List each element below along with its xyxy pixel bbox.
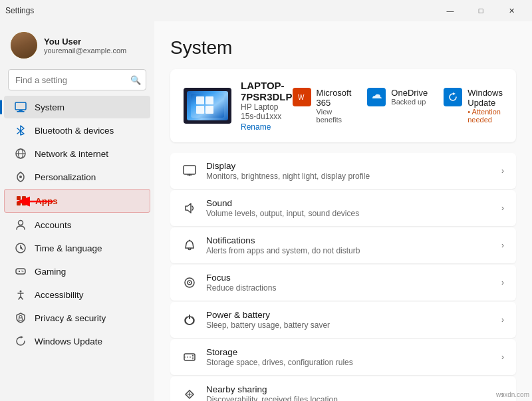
network-icon [15,148,27,160]
app-container: You User youremail@example.com 🔍 System … [0,21,532,401]
svg-rect-30 [184,166,196,174]
user-info: You User youremail@example.com [44,37,144,55]
svg-rect-7 [17,196,21,200]
focus-text: Focus Reduce distractions [206,273,492,293]
display-icon [182,164,197,178]
svg-rect-10 [22,201,26,205]
notifications-icon [182,238,197,253]
settings-item-display[interactable]: Display Monitors, brightness, night ligh… [170,153,516,189]
nav-item-bluetooth[interactable]: Bluetooth & devices [4,119,150,142]
nav-item-time[interactable]: Time & language [4,237,150,259]
device-right: W Microsoft 365 View benefits OneDrive B… [293,88,503,124]
focus-name: Focus [206,273,492,283]
onedrive-icon [367,88,386,106]
winupdate-details: Windows Update • Attention needed [467,88,503,124]
svg-point-36 [189,282,190,283]
power-text: Power & battery Sleep, battery usage, ba… [206,310,492,330]
storage-name: Storage [206,347,492,357]
service-ms365: W Microsoft 365 View benefits [293,88,352,124]
power-chevron: › [501,315,504,325]
nav-item-accessibility[interactable]: Accessibility [4,283,150,306]
svg-point-17 [21,271,23,272]
onedrive-details: OneDrive Backed up [391,88,428,106]
settings-item-storage[interactable]: Storage Storage space, drives, configura… [170,339,516,375]
notifications-name: Notifications [206,235,492,245]
gaming-icon [15,265,27,277]
main-content: System [154,21,532,401]
search-input[interactable] [8,69,146,90]
nav-item-system[interactable]: System [4,96,150,118]
settings-list: Display Monitors, brightness, night ligh… [170,153,516,401]
nav-item-accounts[interactable]: Accounts [4,213,150,236]
update-icon [15,335,27,347]
settings-item-focus[interactable]: Focus Reduce distractions › [170,265,516,301]
sound-icon [182,201,197,215]
svg-point-18 [23,271,24,273]
sound-chevron: › [501,203,504,213]
svg-point-33 [189,240,190,241]
svg-point-6 [19,176,22,178]
maximize-button[interactable]: □ [466,0,496,21]
service-onedrive: OneDrive Backed up [367,88,428,124]
bluetooth-icon [15,124,27,136]
accessibility-icon [15,289,27,301]
ms365-name: Microsoft 365 [317,88,352,108]
nav-item-personalization[interactable]: Personalization [4,166,150,188]
svg-point-11 [19,221,23,225]
titlebar-left: Settings [5,6,34,15]
user-email: youremail@example.com [44,47,144,55]
nav-label-apps: Apps [35,196,139,206]
nav-item-gaming[interactable]: Gaming [4,260,150,283]
svg-rect-0 [15,102,26,110]
titlebar: Settings — □ ✕ [0,0,532,21]
svg-point-41 [192,358,194,360]
accounts-icon [15,219,27,231]
settings-item-nearby[interactable]: Nearby sharing Discoverability, received… [170,376,516,401]
user-profile[interactable]: You User youremail@example.com [0,27,154,67]
winupdate-name: Windows Update [467,88,503,108]
nav-label-time: Time & language [35,243,140,253]
settings-item-sound[interactable]: Sound Volume levels, output, input, soun… [170,190,516,226]
svg-point-19 [20,291,22,293]
svg-rect-22 [205,96,213,104]
nav-label-update: Windows Update [35,336,140,346]
winupdate-sub: • Attention needed [467,108,503,124]
notifications-desc: Alerts from apps and system, do not dist… [206,246,492,255]
settings-item-notifications[interactable]: Notifications Alerts from apps and syste… [170,227,516,263]
settings-title: Settings [5,6,34,15]
svg-rect-13 [16,269,25,274]
power-name: Power & battery [206,310,492,320]
nav-item-privacy[interactable]: Privacy & security [4,307,150,329]
nav-label-accounts: Accounts [35,220,140,230]
sound-text: Sound Volume levels, output, input, soun… [206,198,492,218]
avatar [11,32,37,59]
display-name: Display [206,161,492,171]
nav-item-update[interactable]: Windows Update [4,330,150,352]
storage-desc: Storage space, drives, configuration rul… [206,358,492,367]
notifications-text: Notifications Alerts from apps and syste… [206,235,492,255]
device-left: LAPTOP-7PSR3DLP HP Laptop 15s-du1xxx Ren… [184,80,293,132]
ms365-icon: W [293,88,311,106]
nearby-text: Nearby sharing Discoverability, received… [206,384,492,401]
nav-label-personalization: Personalization [35,172,140,182]
notifications-chevron: › [501,241,504,250]
nearby-icon [182,387,197,401]
svg-rect-23 [205,106,213,114]
sound-name: Sound [206,198,492,208]
close-button[interactable]: ✕ [496,0,527,21]
ms365-sub: View benefits [317,108,352,124]
settings-item-power[interactable]: Power & battery Sleep, battery usage, ba… [170,302,516,338]
nearby-desc: Discoverability, received files location [206,395,492,401]
device-card: LAPTOP-7PSR3DLP HP Laptop 15s-du1xxx Ren… [170,69,516,142]
display-text: Display Monitors, brightness, night ligh… [206,161,492,181]
svg-rect-24 [196,96,204,104]
nav-item-network[interactable]: Network & internet [4,142,150,165]
minimize-button[interactable]: — [435,0,466,21]
power-desc: Sleep, battery usage, battery saver [206,321,492,330]
device-thumbnail [184,88,231,124]
nav-item-apps[interactable]: Apps [4,189,150,213]
device-rename-link[interactable]: Rename [241,122,293,132]
svg-rect-20 [19,318,23,321]
onedrive-name: OneDrive [391,88,428,98]
nav-label-gaming: Gaming [35,267,140,277]
